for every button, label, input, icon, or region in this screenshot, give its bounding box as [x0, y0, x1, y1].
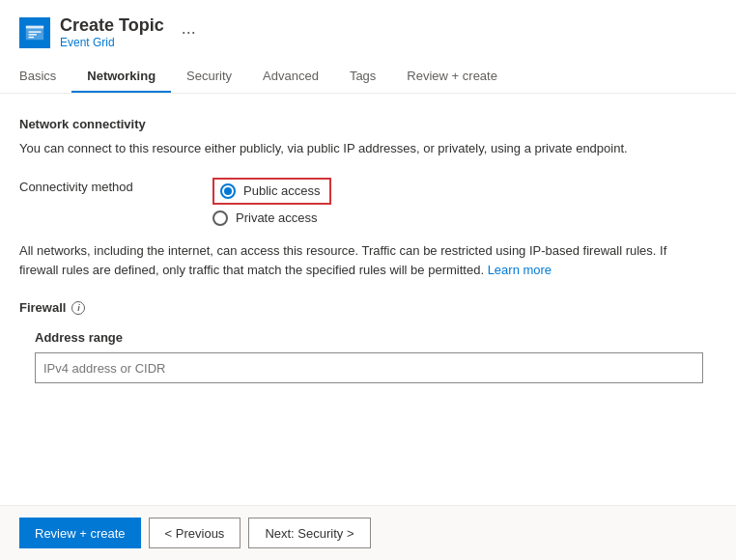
info-text: All networks, including the internet, ca… — [19, 241, 676, 282]
info-text-content: All networks, including the internet, ca… — [19, 243, 666, 278]
next-button[interactable]: Next: Security > — [248, 518, 370, 548]
previous-button[interactable]: < Previous — [149, 518, 241, 548]
tab-advanced[interactable]: Advanced — [247, 61, 334, 93]
tab-review-create[interactable]: Review + create — [391, 61, 513, 93]
firewall-section-label: Firewall i — [19, 300, 717, 315]
address-range-section: Address range — [19, 330, 717, 383]
learn-more-link[interactable]: Learn more — [488, 263, 552, 277]
page-header: Create Topic Event Grid ··· Basics Netwo… — [0, 0, 736, 94]
private-access-option[interactable]: Private access — [212, 210, 331, 226]
firewall-label-text: Firewall — [19, 300, 66, 315]
footer-actions: Review + create < Previous Next: Securit… — [0, 505, 736, 560]
address-range-label: Address range — [35, 330, 717, 345]
public-access-label: Public access — [243, 183, 320, 198]
tab-basics[interactable]: Basics — [19, 61, 71, 93]
section-description: You can connect to this resource either … — [19, 139, 717, 158]
public-access-option[interactable]: Public access — [212, 178, 331, 205]
connectivity-label: Connectivity method — [19, 178, 212, 194]
private-access-radio[interactable] — [212, 210, 228, 226]
page-title: Create Topic — [60, 15, 164, 36]
tab-networking[interactable]: Networking — [71, 61, 171, 93]
page-icon — [19, 17, 50, 48]
connectivity-method-row: Connectivity method Public access Privat… — [19, 178, 717, 226]
connectivity-options: Public access Private access — [212, 178, 331, 226]
tab-security[interactable]: Security — [171, 61, 247, 93]
title-area: Create Topic Event Grid — [60, 15, 164, 49]
main-content: Network connectivity You can connect to … — [0, 94, 736, 505]
private-access-label: Private access — [236, 210, 318, 225]
address-range-input[interactable] — [35, 352, 703, 383]
tab-nav: Basics Networking Security Advanced Tags… — [19, 61, 717, 93]
public-access-radio[interactable] — [220, 183, 236, 199]
page-subtitle[interactable]: Event Grid — [60, 36, 164, 49]
more-options-icon[interactable]: ··· — [182, 22, 196, 42]
firewall-info-icon[interactable]: i — [71, 301, 85, 315]
svg-rect-1 — [26, 25, 43, 28]
tab-tags[interactable]: Tags — [334, 61, 391, 93]
review-create-button[interactable]: Review + create — [19, 518, 141, 548]
section-title: Network connectivity — [19, 117, 717, 131]
